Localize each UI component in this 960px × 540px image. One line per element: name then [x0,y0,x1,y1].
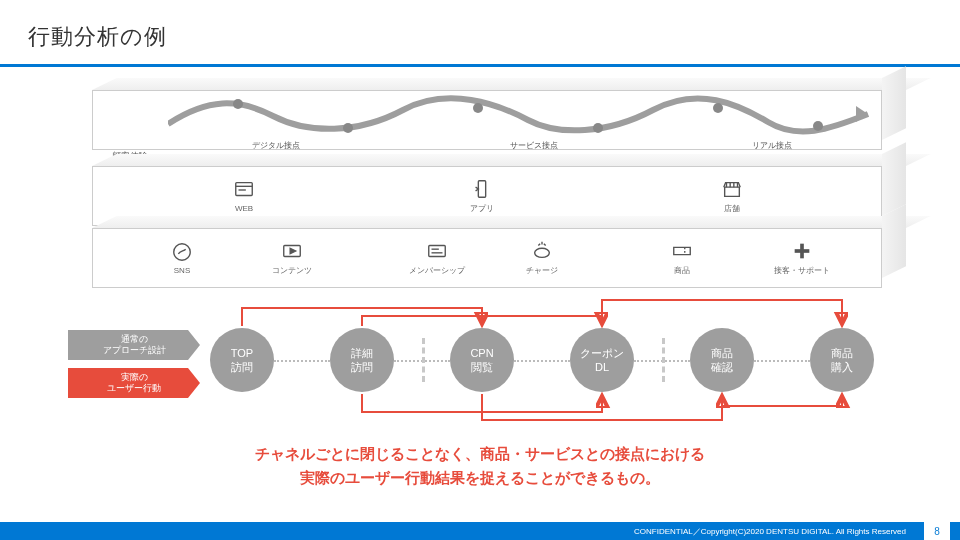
cell-support: 接客・サポート [742,228,862,288]
node-top: TOP 訪問 [210,328,274,392]
flow-edge-1 [274,360,330,362]
node-cpn: CPN 閲覧 [450,328,514,392]
cell-store-label: 店舗 [724,203,740,214]
svg-marker-14 [290,248,296,254]
svg-rect-8 [236,183,253,196]
node-check: 商品 確認 [690,328,754,392]
footer-copyright: CONFIDENTIAL／Copyright(C)2020 DENTSU DIG… [634,526,906,537]
phase-sep-2 [662,338,665,382]
app-icon [471,178,493,200]
svg-point-2 [233,99,243,109]
svg-point-12 [174,244,191,261]
touchpoint-2: サービス接点 [510,140,558,151]
cell-product-label: 商品 [674,265,690,276]
node-detail: 詳細 訪問 [330,328,394,392]
cell-contents: コンテンツ [242,228,342,288]
caption-line-1: チャネルごとに閉じることなく、商品・サービスとの接点における [255,445,705,462]
svg-point-4 [473,103,483,113]
store-icon [721,178,743,200]
membership-icon [426,240,448,262]
phase-sep-1 [422,338,425,382]
title-divider [0,64,960,67]
arrow-actual: 実際の ユーザー行動 [68,368,200,398]
node-buy: 商品 購入 [810,328,874,392]
svg-rect-15 [429,246,446,257]
cell-sns: SNS [132,228,232,288]
svg-point-3 [343,123,353,133]
cell-membership-label: メンバーシップ [409,265,465,276]
svg-point-18 [535,248,550,257]
cell-web-label: WEB [235,204,253,213]
cell-charge-label: チャージ [526,265,558,276]
svg-rect-20 [795,249,810,253]
footer: CONFIDENTIAL／Copyright(C)2020 DENTSU DIG… [0,522,960,540]
slide-title: 行動分析の例 [28,22,167,52]
ticket-icon [671,240,693,262]
cell-membership: メンバーシップ [382,228,492,288]
caption-line-2: 実際のユーザー行動結果を捉えることができるもの。 [300,469,660,486]
cell-product: 商品 [632,228,732,288]
support-icon [791,240,813,262]
svg-point-6 [713,103,723,113]
arrow-assumed: 通常の アプローチ設計 [68,330,200,360]
web-icon [233,179,255,201]
cell-app-label: アプリ [470,203,494,214]
flow-edge-3 [514,360,570,362]
cell-contents-label: コンテンツ [272,265,312,276]
svg-point-5 [593,123,603,133]
touchpoint-3: リアル接点 [752,140,792,151]
charge-icon [531,240,553,262]
sns-icon [171,241,193,263]
video-icon [281,240,303,262]
arrow-actual-label: 実際の ユーザー行動 [107,372,161,394]
node-coupon: クーポン DL [570,328,634,392]
svg-marker-1 [856,106,868,122]
touchpoint-1: デジタル接点 [252,140,300,151]
board-content: SNS コンテンツ メンバーシップ チャージ 商品 接客・サポート [92,228,882,288]
cell-sns-label: SNS [174,266,190,275]
arrow-assumed-label: 通常の アプローチ設計 [103,334,166,356]
svg-point-7 [813,121,823,131]
flow-edge-5 [754,360,810,362]
cell-support-label: 接客・サポート [774,265,830,276]
cell-charge: チャージ [492,228,592,288]
page-number: 8 [924,522,950,540]
caption: チャネルごとに閉じることなく、商品・サービスとの接点における 実際のユーザー行動… [0,442,960,490]
